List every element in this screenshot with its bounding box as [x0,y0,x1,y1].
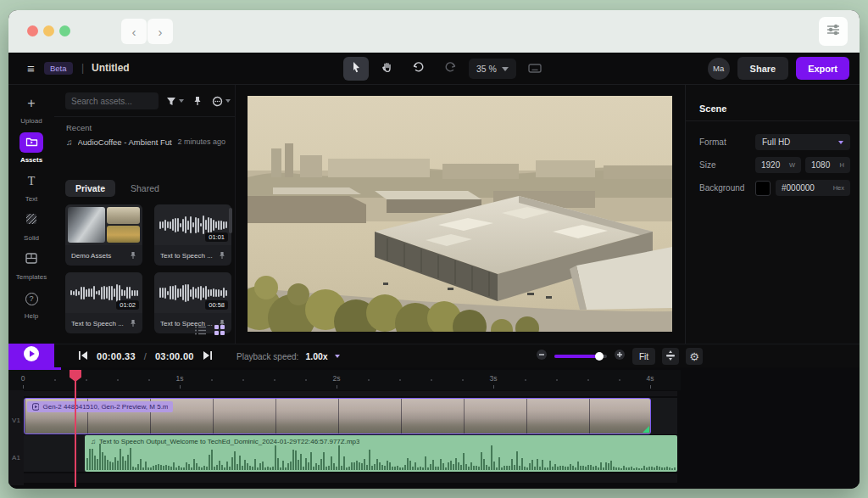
playhead-line[interactable] [75,370,76,487]
fit-button[interactable]: Fit [632,348,655,365]
skip-end-button[interactable] [203,349,213,364]
shortcuts-button[interactable] [522,57,548,81]
video-clip[interactable]: Gen-2 448541510, Gen-2 Preview, M 5.mp4 [24,398,651,434]
sort-button[interactable] [212,92,231,109]
zoom-in-icon[interactable] [614,349,626,364]
ruler-dot [431,379,432,381]
sidebar-item-help[interactable]: ? Help [8,288,54,320]
tab-private[interactable]: Private [65,180,115,197]
undo-button[interactable] [406,57,431,81]
ruler-tick [180,385,181,389]
ruler-dot [587,379,589,381]
height-value: 1080 [811,160,830,170]
music-note-icon: ♫ [66,137,73,147]
timeline-ruler[interactable]: 01s2s3s4s [8,370,681,390]
text-icon: T [19,171,43,192]
width-field[interactable]: 1920 W [755,157,801,173]
pin-icon[interactable] [130,316,136,331]
browser-settings-button[interactable] [819,17,848,46]
video-clip-name: Gen-2 448541510, Gen-2 Preview, M 5.mp4 [42,403,168,411]
background-color-swatch[interactable] [755,181,771,196]
close-button[interactable] [27,25,38,36]
ruler-tick [650,385,651,389]
playback-speed-value[interactable]: 1.00x [305,351,327,361]
sidebar-item-upload[interactable]: + Upload [8,93,54,125]
search-input[interactable] [65,92,159,109]
pin-icon[interactable] [219,248,225,263]
recent-item[interactable]: ♫ AudioCoffee - Ambient Futur... 2 minut… [66,136,225,148]
timeline-zoom-slider[interactable] [554,355,607,358]
timeline-settings-button[interactable]: ⚙ [686,348,703,365]
forward-button[interactable]: › [147,19,173,44]
asset-card-tts-2[interactable]: 01:02 Text to Speech ... [65,272,142,333]
duration-badge: 01:02 [116,300,139,310]
ruler-dot [148,379,150,381]
track-id-v1: V1 [8,417,24,424]
grid-view-button[interactable] [214,323,225,339]
select-tool-button[interactable] [343,57,369,81]
gear-icon: ⚙ [689,350,699,363]
templates-icon [25,252,37,267]
solid-swatch-icon [25,213,37,228]
cursor-icon [351,61,362,76]
sidebar-item-templates[interactable]: Templates [8,249,54,281]
sidebar-label: Templates [16,273,47,281]
chevron-down-icon [502,67,509,71]
back-button[interactable]: ‹ [121,19,147,44]
recent-item-name: AudioCoffee - Ambient Futur... [78,137,173,147]
recent-label: Recent [66,123,92,132]
assets-scrollbar[interactable] [229,208,232,233]
audio-clip[interactable]: ♫ Text to Speech Output_Welcome to TechE… [85,435,677,472]
size-label: Size [699,160,755,170]
user-avatar[interactable]: Ma [708,58,730,80]
video-canvas[interactable] [248,96,672,332]
video-frame [248,96,672,332]
zoom-out-icon[interactable] [536,349,548,364]
height-field[interactable]: 1080 H [805,157,850,173]
asset-card-demo-assets[interactable]: Demo Assets [65,204,142,266]
ruler-dot [556,379,558,381]
sidebar-item-solid[interactable]: Solid [8,210,54,242]
sidebar-item-assets[interactable]: Assets [8,132,54,164]
pin-filter-button[interactable] [193,92,202,109]
keyboard-icon [528,61,542,76]
project-title[interactable]: Untitled [92,62,130,74]
maximize-button[interactable] [59,25,70,36]
export-button[interactable]: Export [796,57,849,80]
recent-item-time: 2 minutes ago [177,137,225,146]
format-label: Format [699,137,755,147]
pan-tool-button[interactable] [375,57,400,81]
redo-button[interactable] [437,57,463,81]
play-icon [23,345,40,366]
slider-knob[interactable] [595,352,604,361]
background-hex-field[interactable]: #000000 Hex [776,180,850,196]
play-button[interactable] [8,344,54,367]
skip-start-button[interactable] [78,349,88,364]
asset-card-tts-1[interactable]: 01:01 Text to Speech ... [154,204,231,266]
redo-icon [444,61,456,76]
scene-panel-title: Scene [699,104,726,114]
help-icon: ? [25,293,38,305]
pin-icon[interactable] [130,248,136,263]
chevron-down-icon [179,99,184,103]
format-select[interactable]: Full HD [755,134,850,150]
ruler-dot [619,379,620,381]
list-view-button[interactable] [195,323,206,339]
timeline: 01s2s3s4s V1 A1 Gen-2 448541510, Gen-2 P… [8,367,860,489]
sidebar-item-text[interactable]: T Text [8,171,54,203]
sidebar-label: Upload [20,117,42,125]
share-button[interactable]: Share [737,57,789,80]
ruler-dot [399,379,401,381]
tab-shared[interactable]: Shared [131,183,159,193]
duration-badge: 01:01 [205,232,228,242]
minimize-button[interactable] [43,25,54,36]
clip-resize-handle[interactable] [643,426,649,433]
zoom-level-select[interactable]: 35 % [469,59,516,79]
sidebar-label: Help [25,312,38,320]
ruler-dot [368,379,370,381]
snap-button[interactable] [662,348,679,365]
background-suffix: Hex [833,184,844,192]
filter-button[interactable] [166,92,184,109]
menu-icon[interactable]: ≡ [27,61,35,76]
app-header: ≡ Beta | Untitled [8,53,860,85]
